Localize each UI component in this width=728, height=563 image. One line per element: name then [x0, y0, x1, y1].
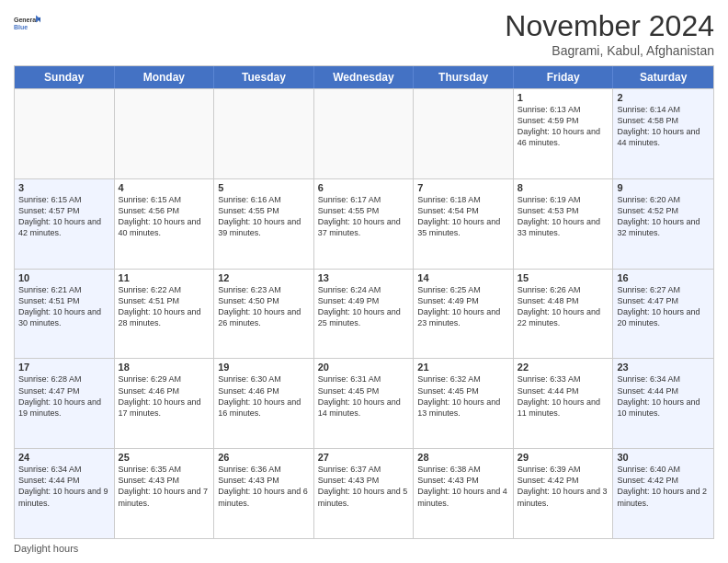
day-info: Sunrise: 6:17 AM Sunset: 4:55 PM Dayligh…: [318, 194, 410, 239]
cal-header-cell-friday: Friday: [514, 66, 614, 88]
day-info: Sunrise: 6:13 AM Sunset: 4:59 PM Dayligh…: [518, 104, 609, 149]
day-number: 19: [218, 362, 310, 373]
cal-cell: 28Sunrise: 6:38 AM Sunset: 4:43 PM Dayli…: [414, 449, 514, 538]
cal-header-cell-wednesday: Wednesday: [314, 66, 415, 88]
cal-header-cell-sunday: Sunday: [15, 66, 115, 88]
day-info: Sunrise: 6:34 AM Sunset: 4:44 PM Dayligh…: [617, 373, 710, 419]
cal-cell: 2Sunrise: 6:14 AM Sunset: 4:58 PM Daylig…: [613, 89, 713, 178]
calendar-body: 1Sunrise: 6:13 AM Sunset: 4:59 PM Daylig…: [15, 88, 713, 538]
day-number: 8: [518, 182, 609, 193]
day-number: 21: [417, 362, 509, 373]
day-number: 13: [318, 272, 410, 283]
cal-cell: [414, 89, 514, 178]
day-number: 16: [617, 272, 710, 283]
cal-cell: 17Sunrise: 6:28 AM Sunset: 4:47 PM Dayli…: [15, 359, 115, 448]
day-info: Sunrise: 6:14 AM Sunset: 4:58 PM Dayligh…: [617, 104, 710, 149]
cal-cell: 4Sunrise: 6:15 AM Sunset: 4:56 PM Daylig…: [115, 179, 215, 269]
cal-cell: [115, 89, 215, 178]
cal-header-cell-saturday: Saturday: [613, 66, 713, 88]
day-number: 4: [119, 182, 210, 193]
cal-cell: 1Sunrise: 6:13 AM Sunset: 4:59 PM Daylig…: [514, 89, 614, 178]
svg-text:General: General: [14, 17, 38, 23]
cal-cell: 8Sunrise: 6:19 AM Sunset: 4:53 PM Daylig…: [514, 179, 614, 269]
cal-week-2: 10Sunrise: 6:21 AM Sunset: 4:51 PM Dayli…: [15, 269, 713, 359]
cal-cell: 12Sunrise: 6:23 AM Sunset: 4:50 PM Dayli…: [214, 270, 314, 359]
cal-cell: 22Sunrise: 6:33 AM Sunset: 4:44 PM Dayli…: [514, 359, 614, 448]
cal-header-cell-monday: Monday: [115, 66, 215, 88]
day-info: Sunrise: 6:31 AM Sunset: 4:45 PM Dayligh…: [318, 373, 410, 419]
cal-week-4: 24Sunrise: 6:34 AM Sunset: 4:44 PM Dayli…: [15, 448, 713, 538]
cal-header-cell-tuesday: Tuesday: [214, 66, 314, 88]
cal-cell: 6Sunrise: 6:17 AM Sunset: 4:55 PM Daylig…: [314, 179, 415, 269]
day-info: Sunrise: 6:36 AM Sunset: 4:43 PM Dayligh…: [218, 464, 310, 509]
day-info: Sunrise: 6:38 AM Sunset: 4:43 PM Dayligh…: [417, 464, 509, 509]
day-info: Sunrise: 6:22 AM Sunset: 4:51 PM Dayligh…: [119, 284, 210, 329]
day-number: 26: [218, 452, 310, 463]
day-info: Sunrise: 6:34 AM Sunset: 4:44 PM Dayligh…: [18, 464, 110, 509]
month-title: November 2024: [505, 9, 714, 43]
day-number: 2: [617, 92, 710, 103]
header: GeneralBlue November 2024 Bagrami, Kabul…: [14, 9, 714, 58]
logo: GeneralBlue: [14, 9, 41, 37]
cal-cell: 30Sunrise: 6:40 AM Sunset: 4:42 PM Dayli…: [613, 449, 713, 538]
day-number: 27: [318, 452, 410, 463]
day-info: Sunrise: 6:19 AM Sunset: 4:53 PM Dayligh…: [518, 194, 609, 239]
cal-week-3: 17Sunrise: 6:28 AM Sunset: 4:47 PM Dayli…: [15, 358, 713, 448]
cal-cell: 13Sunrise: 6:24 AM Sunset: 4:49 PM Dayli…: [314, 270, 415, 359]
cal-cell: 21Sunrise: 6:32 AM Sunset: 4:45 PM Dayli…: [414, 359, 514, 448]
day-info: Sunrise: 6:29 AM Sunset: 4:46 PM Dayligh…: [119, 373, 210, 419]
day-number: 29: [518, 452, 609, 463]
cal-cell: 29Sunrise: 6:39 AM Sunset: 4:42 PM Dayli…: [514, 449, 614, 538]
day-info: Sunrise: 6:27 AM Sunset: 4:47 PM Dayligh…: [617, 284, 710, 329]
day-number: 30: [617, 452, 710, 463]
cal-cell: 24Sunrise: 6:34 AM Sunset: 4:44 PM Dayli…: [15, 449, 115, 538]
day-number: 1: [518, 92, 609, 103]
day-info: Sunrise: 6:30 AM Sunset: 4:46 PM Dayligh…: [218, 373, 310, 419]
day-info: Sunrise: 6:26 AM Sunset: 4:48 PM Dayligh…: [518, 284, 609, 329]
cal-cell: 14Sunrise: 6:25 AM Sunset: 4:49 PM Dayli…: [414, 270, 514, 359]
day-info: Sunrise: 6:40 AM Sunset: 4:42 PM Dayligh…: [617, 464, 710, 509]
day-info: Sunrise: 6:15 AM Sunset: 4:56 PM Dayligh…: [119, 194, 210, 239]
cal-cell: 7Sunrise: 6:18 AM Sunset: 4:54 PM Daylig…: [414, 179, 514, 269]
day-info: Sunrise: 6:16 AM Sunset: 4:55 PM Dayligh…: [218, 194, 310, 239]
day-number: 25: [119, 452, 210, 463]
day-number: 11: [119, 272, 210, 283]
day-info: Sunrise: 6:21 AM Sunset: 4:51 PM Dayligh…: [18, 284, 110, 329]
day-info: Sunrise: 6:35 AM Sunset: 4:43 PM Dayligh…: [119, 464, 210, 509]
day-number: 23: [617, 362, 710, 373]
cal-cell: [214, 89, 314, 178]
day-info: Sunrise: 6:25 AM Sunset: 4:49 PM Dayligh…: [417, 284, 509, 329]
cal-cell: 23Sunrise: 6:34 AM Sunset: 4:44 PM Dayli…: [613, 359, 713, 448]
cal-week-1: 3Sunrise: 6:15 AM Sunset: 4:57 PM Daylig…: [15, 178, 713, 269]
day-number: 3: [18, 182, 110, 193]
day-info: Sunrise: 6:18 AM Sunset: 4:54 PM Dayligh…: [417, 194, 509, 239]
cal-cell: 27Sunrise: 6:37 AM Sunset: 4:43 PM Dayli…: [314, 449, 415, 538]
day-info: Sunrise: 6:24 AM Sunset: 4:49 PM Dayligh…: [318, 284, 410, 329]
day-info: Sunrise: 6:23 AM Sunset: 4:50 PM Dayligh…: [218, 284, 310, 329]
day-info: Sunrise: 6:33 AM Sunset: 4:44 PM Dayligh…: [518, 373, 609, 419]
logo-icon: GeneralBlue: [14, 9, 41, 37]
day-info: Sunrise: 6:37 AM Sunset: 4:43 PM Dayligh…: [318, 464, 410, 509]
day-number: 14: [417, 272, 509, 283]
cal-cell: 26Sunrise: 6:36 AM Sunset: 4:43 PM Dayli…: [214, 449, 314, 538]
day-number: 28: [417, 452, 509, 463]
calendar-header: SundayMondayTuesdayWednesdayThursdayFrid…: [15, 66, 713, 88]
cal-cell: [15, 89, 115, 178]
day-number: 10: [18, 272, 110, 283]
footer-note: Daylight hours: [14, 543, 714, 554]
day-number: 22: [518, 362, 609, 373]
title-block: November 2024 Bagrami, Kabul, Afghanista…: [505, 9, 714, 58]
day-info: Sunrise: 6:39 AM Sunset: 4:42 PM Dayligh…: [518, 464, 609, 509]
cal-cell: 25Sunrise: 6:35 AM Sunset: 4:43 PM Dayli…: [115, 449, 215, 538]
day-number: 15: [518, 272, 609, 283]
day-info: Sunrise: 6:28 AM Sunset: 4:47 PM Dayligh…: [18, 373, 110, 419]
cal-cell: 19Sunrise: 6:30 AM Sunset: 4:46 PM Dayli…: [214, 359, 314, 448]
cal-week-0: 1Sunrise: 6:13 AM Sunset: 4:59 PM Daylig…: [15, 88, 713, 178]
day-number: 7: [417, 182, 509, 193]
cal-cell: 10Sunrise: 6:21 AM Sunset: 4:51 PM Dayli…: [15, 270, 115, 359]
day-number: 6: [318, 182, 410, 193]
cal-cell: 11Sunrise: 6:22 AM Sunset: 4:51 PM Dayli…: [115, 270, 215, 359]
day-number: 9: [617, 182, 710, 193]
cal-cell: 18Sunrise: 6:29 AM Sunset: 4:46 PM Dayli…: [115, 359, 215, 448]
cal-cell: 20Sunrise: 6:31 AM Sunset: 4:45 PM Dayli…: [314, 359, 415, 448]
